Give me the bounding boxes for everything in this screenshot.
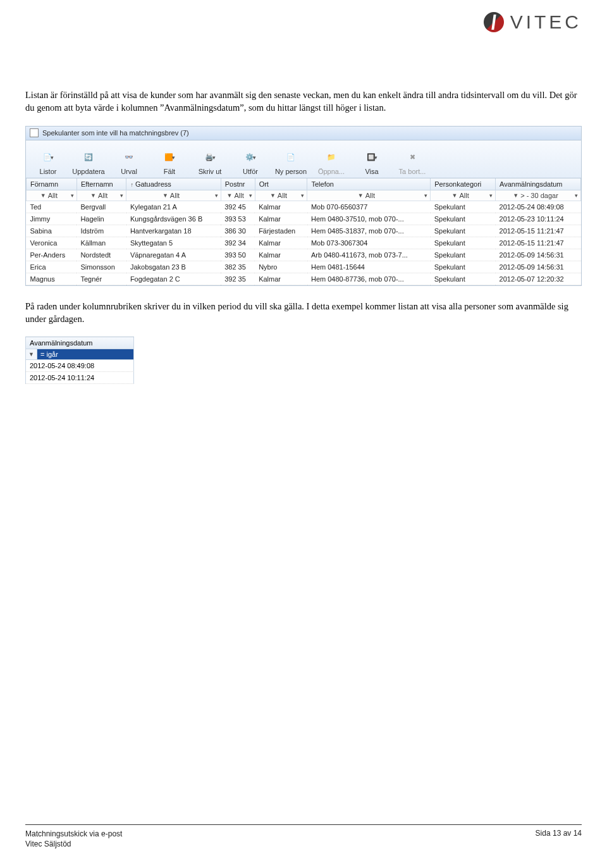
- toolbar-urval[interactable]: 👓Urval: [111, 149, 147, 177]
- toolbar-icon: 📄▾: [40, 149, 56, 166]
- dropdown-arrow-icon: ▾: [424, 192, 427, 199]
- filter-cell[interactable]: ▼ Allt▾: [27, 190, 77, 201]
- mini-header: Avanmälningsdatum: [25, 337, 134, 349]
- filter-cell[interactable]: ▼ Allt▾: [307, 190, 431, 201]
- filter-cell[interactable]: ▼ Allt▾: [126, 190, 221, 201]
- filter-cell[interactable]: ▼ > - 30 dagar▾: [496, 190, 581, 201]
- toolbar-icon: 📄: [283, 149, 299, 166]
- table-row[interactable]: VeronicaKällmanSkyttegatan 5392 34Kalmar…: [27, 237, 581, 249]
- vitec-logo: VITEC: [484, 11, 582, 33]
- dropdown-arrow-icon: ▾: [489, 192, 493, 199]
- toolbar-utf-r[interactable]: ⚙️▾Utför: [232, 149, 269, 177]
- table-row[interactable]: Per-AndersNordstedtVäpnaregatan 4 A393 5…: [27, 249, 581, 261]
- dropdown-arrow-icon: ▼: [270, 192, 276, 199]
- logo-text: VITEC: [510, 11, 582, 33]
- toolbar-icon: ⚙️▾: [242, 149, 259, 166]
- dropdown-arrow-icon: ▼: [358, 192, 364, 199]
- toolbar-icon: 🟧▾: [161, 149, 178, 166]
- toolbar-icon: 🖨️▾: [202, 149, 218, 166]
- table-row[interactable]: TedBergvallKylegatan 21 A392 45KalmarMob…: [27, 201, 581, 213]
- window-title: Spekulanter som inte vill ha matchningsb…: [42, 129, 189, 137]
- footer-left-2: Vitec Säljstöd: [25, 839, 122, 849]
- col-header[interactable]: Personkategori: [431, 178, 496, 190]
- mini-column: Avanmälningsdatum ▼ = igår 2012-05-24 08…: [25, 337, 134, 384]
- table-row[interactable]: JimmyHagelinKungsgårdsvägen 36 B393 53Ka…: [27, 213, 581, 225]
- toolbar-icon: 🔄: [80, 149, 97, 166]
- window-icon: [30, 128, 39, 137]
- mini-filter-value: = igår: [37, 349, 133, 359]
- col-header[interactable]: Telefon: [307, 178, 431, 190]
- dropdown-arrow-icon: ▾: [71, 192, 74, 199]
- toolbar-visa[interactable]: 🔲▾Visa: [353, 149, 390, 177]
- dropdown-arrow-icon: ▾: [575, 192, 578, 199]
- table-row[interactable]: MagnusTegnérFogdegatan 2 C392 35KalmarHe…: [27, 273, 581, 285]
- dropdown-arrow-icon: ▼: [40, 192, 46, 199]
- filter-cell[interactable]: ▼ Allt▾: [431, 190, 496, 201]
- col-header[interactable]: Avanmälningsdatum: [496, 178, 581, 190]
- dropdown-arrow-icon: ▼: [452, 192, 458, 199]
- filter-cell[interactable]: ▼ Allt▾: [77, 190, 126, 201]
- col-header[interactable]: Efternamn: [77, 178, 126, 190]
- dropdown-arrow-icon: ▾: [249, 192, 252, 199]
- col-header[interactable]: Förnamn: [27, 178, 77, 190]
- toolbar-listor[interactable]: 📄▾Listor: [30, 149, 66, 177]
- page-footer: Matchningsutskick via e-post Vitec Säljs…: [25, 824, 582, 849]
- dropdown-arrow-icon: ▾: [120, 192, 123, 199]
- toolbar-f-lt[interactable]: 🟧▾Fält: [151, 149, 188, 177]
- data-grid: FörnamnEfternamn↑GatuadressPostnrOrtTele…: [26, 178, 581, 285]
- col-header[interactable]: Ort: [255, 178, 307, 190]
- col-header[interactable]: Postnr: [221, 178, 255, 190]
- col-header[interactable]: ↑Gatuadress: [126, 178, 221, 190]
- mini-filter[interactable]: ▼ = igår: [25, 349, 134, 360]
- table-row[interactable]: SabinaIdströmHantverkargatan 18386 30Fär…: [27, 225, 581, 237]
- dropdown-arrow-icon: ▾: [215, 192, 218, 199]
- paragraph-2: På raden under kolumnrubriken skriver du…: [25, 300, 582, 326]
- toolbar-icon: 👓: [121, 149, 137, 166]
- dropdown-arrow-icon: ▾: [301, 192, 304, 199]
- logo-mark-icon: [484, 12, 504, 32]
- app-window: Spekulanter som inte vill ha matchningsb…: [25, 126, 582, 286]
- dropdown-arrow-icon: ▼: [90, 192, 96, 199]
- toolbar-icon: ✖: [404, 149, 420, 166]
- filter-cell[interactable]: ▼ Allt▾: [255, 190, 307, 201]
- toolbar-icon: 📁: [323, 149, 340, 166]
- dropdown-arrow-icon: ▼: [513, 192, 518, 199]
- toolbar-uppdatera[interactable]: 🔄Uppdatera: [70, 149, 107, 177]
- footer-left-1: Matchningsutskick via e-post: [25, 829, 122, 839]
- filter-cell[interactable]: ▼ Allt▾: [221, 190, 255, 201]
- toolbar-skriv-ut[interactable]: 🖨️▾Skriv ut: [192, 149, 228, 177]
- window-titlebar: Spekulanter som inte vill ha matchningsb…: [26, 127, 581, 140]
- dropdown-arrow-icon: ▼: [227, 192, 233, 199]
- paragraph-1: Listan är förinställd på att visa de kun…: [25, 89, 582, 115]
- toolbar: 📄▾Listor🔄Uppdatera👓Urval🟧▾Fält🖨️▾Skriv u…: [26, 140, 581, 178]
- mini-row: 2012-05-24 10:11:24: [25, 372, 134, 384]
- mini-row: 2012-05-24 08:49:08: [25, 360, 134, 372]
- toolbar-ny-person[interactable]: 📄Ny person: [273, 149, 309, 177]
- toolbar-ta-bort-[interactable]: ✖Ta bort...: [394, 149, 431, 177]
- toolbar-icon: 🔲▾: [364, 149, 380, 166]
- table-row[interactable]: EricaSimonssonJakobsgatan 23 B382 35Nybr…: [27, 261, 581, 273]
- toolbar--ppna-[interactable]: 📁Öppna...: [313, 149, 350, 177]
- footer-right: Sida 13 av 14: [536, 829, 582, 849]
- dropdown-arrow-icon: ▼: [162, 192, 168, 199]
- dropdown-arrow-icon[interactable]: ▼: [26, 349, 37, 359]
